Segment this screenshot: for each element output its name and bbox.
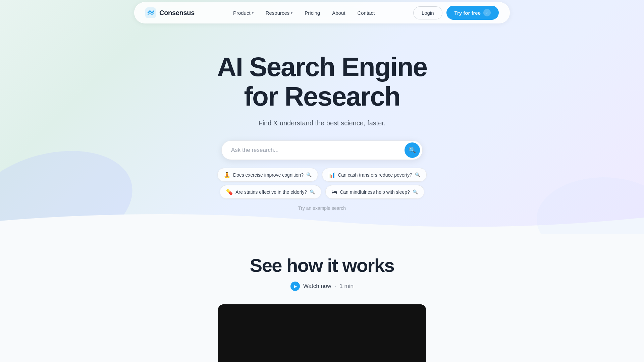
play-icon: ▶ <box>294 284 297 289</box>
video-duration: 1 min <box>339 283 354 290</box>
chip-icon-mindfulness: 🛏 <box>332 189 337 195</box>
search-button[interactable]: 🔍 <box>405 142 420 158</box>
nav-item-pricing[interactable]: Pricing <box>300 7 325 18</box>
chip-mindfulness[interactable]: 🛏 Can mindfulness help with sleep? 🔍 <box>325 185 424 199</box>
nav-item-product[interactable]: Product ▾ <box>228 7 258 18</box>
chip-search-icon: 🔍 <box>415 172 420 177</box>
chips-row-1: 🧘 Does exercise improve cognition? 🔍 📊 C… <box>217 168 427 182</box>
hero-title: AI Search Engine for Research <box>217 52 427 111</box>
navbar-inner: Consensus Product ▾ Resources ▾ Pricing … <box>134 2 510 23</box>
chip-exercise[interactable]: 🧘 Does exercise improve cognition? 🔍 <box>217 168 318 182</box>
nav-item-contact[interactable]: Contact <box>353 7 379 18</box>
try-example-link[interactable]: Try an example search <box>298 205 346 211</box>
play-button[interactable]: ▶ <box>290 282 300 291</box>
hero-subtitle: Find & understand the best science, fast… <box>258 119 385 127</box>
nav-actions: Login Try for free › <box>413 6 499 20</box>
chip-search-icon: 🔍 <box>413 189 418 194</box>
chip-search-icon: 🔍 <box>306 172 312 177</box>
search-input[interactable] <box>221 140 423 160</box>
example-chips: 🧘 Does exercise improve cognition? 🔍 📊 C… <box>217 168 427 199</box>
watch-now-label[interactable]: Watch now <box>303 283 331 290</box>
hero-content: AI Search Engine for Research Find & und… <box>0 25 644 211</box>
search-icon: 🔍 <box>409 146 416 154</box>
logo-text: Consensus <box>159 9 195 17</box>
nav-item-resources[interactable]: Resources ▾ <box>261 7 298 18</box>
login-button[interactable]: Login <box>413 6 442 19</box>
chip-icon-cash: 📊 <box>328 172 335 178</box>
logo-area[interactable]: Consensus <box>145 7 195 18</box>
nav-item-about[interactable]: About <box>327 7 350 18</box>
video-preview[interactable] <box>218 304 426 362</box>
try-for-free-button[interactable]: Try for free › <box>446 6 499 20</box>
curve-divider <box>0 211 644 234</box>
search-wrapper: 🔍 <box>221 140 423 160</box>
watch-row: ▶ Watch now · 1 min <box>290 282 354 291</box>
chevron-down-icon: ▾ <box>291 11 292 15</box>
chevron-down-icon: ▾ <box>252 11 254 15</box>
see-how-title: See how it works <box>250 254 394 276</box>
nav-links: Product ▾ Resources ▾ Pricing About Cont… <box>228 7 379 18</box>
chip-icon-statins: 💊 <box>226 189 233 195</box>
chip-icon-exercise: 🧘 <box>224 172 230 178</box>
arrow-right-icon: › <box>483 9 491 16</box>
bottom-section: See how it works ▶ Watch now · 1 min <box>0 234 644 362</box>
dot-separator: · <box>335 283 336 290</box>
chip-statins[interactable]: 💊 Are statins effective in the elderly? … <box>220 185 321 199</box>
navbar: Consensus Product ▾ Resources ▾ Pricing … <box>0 0 644 25</box>
chip-cash[interactable]: 📊 Can cash transfers reduce poverty? 🔍 <box>322 168 427 182</box>
logo-icon <box>145 7 156 18</box>
chips-row-2: 💊 Are statins effective in the elderly? … <box>220 185 424 199</box>
chip-search-icon: 🔍 <box>310 189 315 194</box>
